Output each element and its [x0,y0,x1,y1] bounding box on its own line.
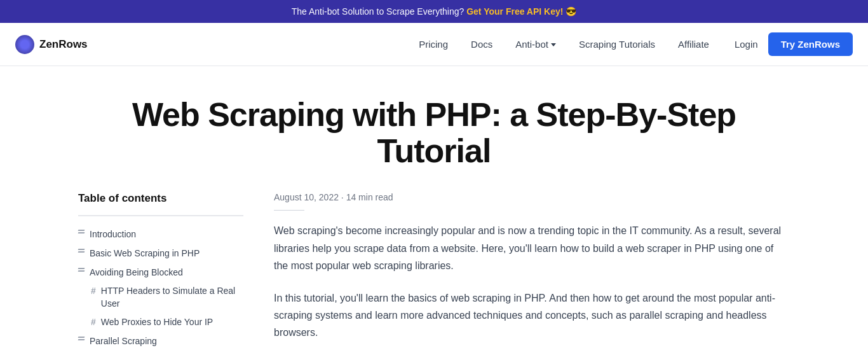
nav-affiliate[interactable]: Affiliate [678,39,709,50]
top-banner: The Anti-bot Solution to Scrape Everythi… [0,0,868,23]
logo-icon [15,35,34,54]
toc-item-web-proxies[interactable]: # Web Proxies to Hide Your IP [78,313,243,332]
banner-cta[interactable]: Get Your Free API Key! 😎 [466,6,576,17]
article-intro-para2: In this tutorial, you'll learn the basic… [274,289,790,342]
toc-item-http-headers[interactable]: # HTTP Headers to Simulate a Real User [78,282,243,313]
chevron-down-icon [551,43,556,46]
article-body: August 10, 2022 · 14 min read Web scrapi… [274,192,790,355]
toc-item-parallel-scraping[interactable]: Parallel Scraping [78,332,243,351]
nav-antibot[interactable]: Anti-bot [515,39,556,50]
nav-docs[interactable]: Docs [471,39,492,50]
navbar: ZenRows Pricing Docs Anti-bot Scraping T… [0,23,868,66]
article-title: Web Scraping with PHP: a Step-By-Step Tu… [78,97,790,169]
toc-divider [78,215,243,216]
banner-text: The Anti-bot Solution to Scrape Everythi… [292,6,465,17]
page-content: Web Scraping with PHP: a Step-By-Step Tu… [53,66,815,355]
nav-right: Login Try ZenRows [735,32,853,56]
meta-divider [274,210,304,211]
toc-lines-icon [78,337,85,340]
article-intro-para1: Web scraping's become increasingly popul… [274,222,790,274]
nav-scraping-tutorials[interactable]: Scraping Tutorials [579,39,655,50]
toc-sidebar: Table of contents Introduction Basic Web… [78,192,243,355]
toc-title: Table of contents [78,192,243,205]
toc-lines-icon [78,268,85,272]
hash-icon: # [91,285,96,298]
try-zenrows-button[interactable]: Try ZenRows [768,32,853,56]
login-button[interactable]: Login [735,39,758,50]
banner-emoji: 😎 [566,6,576,17]
toc-lines-icon [78,249,85,253]
toc-item-avoiding-blocked[interactable]: Avoiding Being Blocked [78,263,243,282]
article-meta: August 10, 2022 · 14 min read [274,192,790,202]
article-title-section: Web Scraping with PHP: a Step-By-Step Tu… [78,66,790,192]
logo-text: ZenRows [39,38,88,51]
hash-icon: # [91,316,96,329]
nav-logo[interactable]: ZenRows [15,35,88,54]
toc-item-basic-scraping[interactable]: Basic Web Scraping in PHP [78,244,243,263]
nav-links: Pricing Docs Anti-bot Scraping Tutorials… [419,39,709,50]
toc-lines-icon [78,230,85,233]
nav-pricing[interactable]: Pricing [419,39,448,50]
toc-item-introduction[interactable]: Introduction [78,225,243,244]
main-layout: Table of contents Introduction Basic Web… [78,192,790,355]
